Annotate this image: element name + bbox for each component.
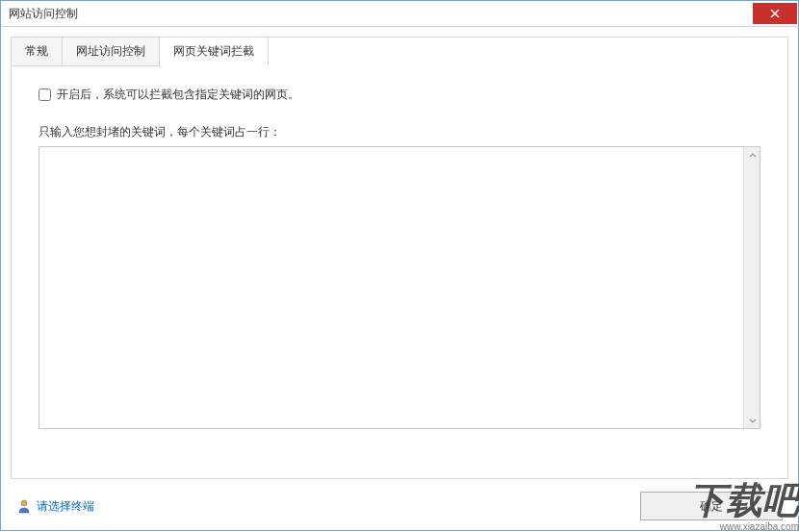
instruction-text: 只输入您想封堵的关键词，每个关键词占一行：	[39, 124, 760, 140]
select-terminal-link[interactable]: 请选择终端	[16, 498, 94, 515]
tab-general[interactable]: 常规	[11, 37, 63, 66]
window-body: 常规 网址访问控制 网页关键词拦截 开启后，系统可以拦截包含指定关键词的网页。 …	[0, 27, 799, 531]
tab-container: 常规 网址访问控制 网页关键词拦截 开启后，系统可以拦截包含指定关键词的网页。 …	[11, 37, 788, 479]
user-icon	[16, 498, 32, 514]
tab-url-control[interactable]: 网址访问控制	[62, 37, 160, 66]
chevron-down-icon	[749, 417, 757, 424]
ok-button[interactable]: 确定	[640, 492, 783, 520]
scrollbar-up[interactable]	[744, 147, 760, 164]
enable-checkbox[interactable]	[39, 89, 51, 101]
keyword-textarea-wrapper	[39, 146, 760, 429]
footer: 请选择终端 确定	[16, 492, 783, 520]
close-icon	[770, 9, 780, 18]
scrollbar-track[interactable]	[743, 147, 760, 428]
select-terminal-label: 请选择终端	[37, 498, 94, 515]
svg-point-0	[21, 500, 27, 506]
titlebar: 网站访问控制	[0, 0, 799, 27]
enable-checkbox-row[interactable]: 开启后，系统可以拦截包含指定关键词的网页。	[39, 87, 760, 103]
close-button[interactable]	[753, 3, 797, 24]
tab-keyword-block[interactable]: 网页关键词拦截	[159, 37, 269, 66]
tab-content: 开启后，系统可以拦截包含指定关键词的网页。 只输入您想封堵的关键词，每个关键词占…	[12, 67, 787, 444]
keyword-textarea[interactable]	[39, 147, 743, 428]
window-title: 网站访问控制	[1, 6, 78, 22]
scrollbar-down[interactable]	[744, 412, 760, 428]
tabs-header: 常规 网址访问控制 网页关键词拦截	[11, 37, 786, 66]
chevron-up-icon	[749, 152, 757, 160]
enable-checkbox-label: 开启后，系统可以拦截包含指定关键词的网页。	[57, 87, 299, 103]
